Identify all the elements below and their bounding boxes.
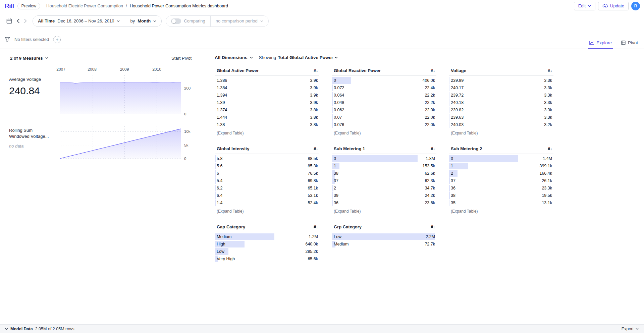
- sort-by-count-button[interactable]: #↓: [314, 68, 318, 73]
- tab-explore[interactable]: Explore: [589, 40, 612, 49]
- leaderboard-row[interactable]: Low2.2M: [332, 233, 436, 240]
- leaderboard-row[interactable]: 2166.4k: [449, 170, 553, 177]
- leaderboard-row[interactable]: 3623.3k: [449, 184, 553, 192]
- leaderboard-row[interactable]: 3513.1k: [449, 199, 553, 207]
- sort-by-count-button[interactable]: #↓: [548, 68, 552, 73]
- expand-table-link[interactable]: (Expand Table): [215, 207, 319, 214]
- leaderboard-row[interactable]: 5.888.5k: [215, 155, 319, 162]
- leaderboard-row[interactable]: Low285.2k: [215, 248, 319, 255]
- leaderboard-row[interactable]: 1.3843.9k: [215, 84, 319, 92]
- leaderboard-row[interactable]: 3623.6k: [332, 199, 436, 207]
- leaderboard-row[interactable]: 1399.1k: [449, 162, 553, 170]
- leaderboard-row[interactable]: 5.469.8k: [215, 177, 319, 184]
- leaderboard-row[interactable]: 1.4443.8k: [215, 114, 319, 121]
- sort-by-count-button[interactable]: #↓: [548, 147, 552, 151]
- leaderboard-row[interactable]: 240.033.2k: [449, 121, 553, 128]
- leaderboard-row[interactable]: 1.393.9k: [215, 99, 319, 106]
- tab-pivot[interactable]: Pivot: [621, 40, 638, 49]
- expand-table-link[interactable]: (Expand Table): [449, 128, 553, 135]
- all-dimensions-dropdown[interactable]: All Dimensions: [215, 55, 253, 60]
- leaderboard-row[interactable]: 0.04822.2k: [332, 99, 436, 106]
- leaderboard-row[interactable]: 3726.1k: [449, 177, 553, 184]
- expand-table-link[interactable]: (Expand Table): [215, 128, 319, 135]
- next-range-button[interactable]: [22, 17, 29, 25]
- leaderboard-title[interactable]: Gap Category: [217, 224, 245, 229]
- leaderboard-row[interactable]: 1.3743.8k: [215, 106, 319, 114]
- leaderboard-row[interactable]: 240.183.3k: [449, 99, 553, 106]
- comparing-toggle[interactable]: [171, 18, 181, 24]
- expand-table-link[interactable]: (Expand Table): [332, 207, 436, 214]
- measure-value: 22.4k: [425, 86, 435, 90]
- expand-table-link[interactable]: (Expand Table): [332, 128, 436, 135]
- sort-by-count-button[interactable]: #↓: [314, 225, 318, 229]
- leaderboard-row[interactable]: 0406.0k: [332, 77, 436, 84]
- sort-by-count-button[interactable]: #↓: [314, 147, 318, 151]
- leaderboard-row[interactable]: 239.993.3k: [449, 77, 553, 84]
- leaderboard-row[interactable]: 1.452.4k: [215, 199, 319, 207]
- leaderboard-row[interactable]: 0.0722.0k: [332, 114, 436, 121]
- comparison-period-dropdown[interactable]: no comparison period: [211, 16, 268, 26]
- dimension-value: 5.4: [217, 178, 222, 183]
- leaderboard-title[interactable]: Sub Metering 1: [334, 146, 365, 151]
- showing-measure-dropdown[interactable]: Showing Total Global Active Power: [259, 55, 338, 60]
- leaderboard-row[interactable]: 6.453.1k: [215, 192, 319, 199]
- leaderboard-row[interactable]: 239.823.3k: [449, 106, 553, 114]
- leaderboard-row[interactable]: 0.06422.2k: [332, 92, 436, 99]
- expand-table-link[interactable]: (Expand Table): [449, 207, 553, 214]
- leaderboard-row[interactable]: 676.5k: [215, 170, 319, 177]
- leaderboard-row[interactable]: 240.173.3k: [449, 84, 553, 92]
- leaderboard-row[interactable]: 3819.5k: [449, 192, 553, 199]
- chevron-down-icon[interactable]: [5, 328, 8, 330]
- prev-range-button[interactable]: [15, 17, 21, 25]
- leaderboard-row[interactable]: 239.723.3k: [449, 92, 553, 99]
- leaderboard-title[interactable]: Global Intensity: [217, 146, 250, 151]
- leaderboard-row[interactable]: 0.07622.0k: [332, 121, 436, 128]
- measure-big-number[interactable]: 240.84: [9, 85, 54, 97]
- leaderboard-row[interactable]: High640.0k: [215, 240, 319, 248]
- leaderboard-row[interactable]: 01.8M: [332, 155, 436, 162]
- model-data-label[interactable]: Model Data: [10, 327, 33, 331]
- leaderboard-row[interactable]: 3924.2k: [332, 192, 436, 199]
- time-grain-dropdown[interactable]: by Month: [125, 16, 161, 26]
- leaderboard-row[interactable]: 1.383.8k: [215, 121, 319, 128]
- leaderboard-row[interactable]: Very High65.6k: [215, 255, 319, 263]
- rolling-sum-windowed-voltage-chart[interactable]: [60, 126, 181, 159]
- add-filter-button[interactable]: +: [53, 36, 61, 43]
- time-range-dropdown[interactable]: All Time Dec 16, 2006 – Nov 26, 2010: [33, 16, 125, 26]
- average-voltage-chart[interactable]: [60, 75, 181, 114]
- sort-by-count-button[interactable]: #↓: [431, 147, 435, 151]
- leaderboard-row[interactable]: 6.265.1k: [215, 184, 319, 192]
- calendar-icon[interactable]: [5, 16, 14, 25]
- leaderboard-title[interactable]: Sub Metering 2: [451, 146, 482, 151]
- leaderboard-row[interactable]: 3762.3k: [332, 177, 436, 184]
- leaderboard-row[interactable]: 3862.6k: [332, 170, 436, 177]
- edit-button[interactable]: Edit: [574, 2, 595, 10]
- breadcrumb-parent[interactable]: Household Electric Power Consumption: [46, 3, 123, 8]
- leaderboard-row[interactable]: 1.3943.9k: [215, 92, 319, 99]
- leaderboard-row[interactable]: 239.633.3k: [449, 114, 553, 121]
- leaderboard-row[interactable]: 0.07222.4k: [332, 84, 436, 92]
- grain-prefix: by: [130, 18, 135, 23]
- leaderboard-row[interactable]: 1.3863.9k: [215, 77, 319, 84]
- leaderboard-row[interactable]: 1153.5k: [332, 162, 436, 170]
- export-button[interactable]: Export: [622, 327, 639, 331]
- measures-selector[interactable]: 2 of 9 Measures: [10, 56, 48, 61]
- leaderboard-row[interactable]: 234.7k: [332, 184, 436, 192]
- start-pivot-button[interactable]: Start Pivot: [171, 56, 192, 61]
- leaderboard-title[interactable]: Global Reactive Power: [334, 68, 381, 73]
- update-button[interactable]: Update: [598, 2, 629, 10]
- sort-by-count-button[interactable]: #↓: [431, 68, 435, 73]
- comparing-toggle-segment[interactable]: Comparing: [166, 16, 210, 26]
- avatar[interactable]: R: [631, 2, 640, 10]
- leaderboard-row[interactable]: 0.06222.0k: [332, 106, 436, 114]
- leaderboard-row[interactable]: Medium1.2M: [215, 233, 319, 240]
- leaderboard-title[interactable]: Global Active Power: [217, 68, 259, 73]
- year-label: 2007: [56, 67, 65, 72]
- leaderboard-row[interactable]: Medium72.7k: [332, 240, 436, 248]
- leaderboard-row[interactable]: 01.4M: [449, 155, 553, 162]
- sort-by-count-button[interactable]: #↓: [431, 225, 435, 229]
- leaderboard-row[interactable]: 5.685.3k: [215, 162, 319, 170]
- leaderboard-title[interactable]: Grp Category: [334, 224, 362, 229]
- rill-logo[interactable]: Rill: [5, 2, 14, 10]
- leaderboard-title[interactable]: Voltage: [451, 68, 466, 73]
